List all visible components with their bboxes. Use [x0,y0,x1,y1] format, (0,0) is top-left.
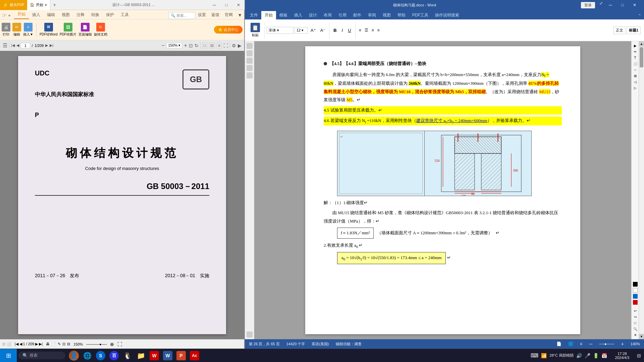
word-right-btn5[interactable]: ○ [633,67,638,72]
taskbar-mic-icon[interactable]: 🎤 [585,353,590,358]
word-tab-layout[interactable]: 布局 [320,11,335,19]
taskbar-icon-files[interactable]: 📁 [134,349,148,362]
word-search-sidebar[interactable]: 🔍 [633,326,638,331]
pdf-nav-leftpanel[interactable]: ☰ [3,42,7,49]
word-right-btn7[interactable]: ◁ [633,79,638,84]
pdf-fit-status[interactable]: ⛶ [117,342,122,347]
pdf-ribbon-tab-view[interactable]: 视图 [58,11,73,19]
taskbar-weather[interactable]: 28°C 局部晴阴 [549,353,574,358]
word-view-print[interactable]: 📄 [556,342,561,346]
pdf-ribbon-tab-tools[interactable]: 工具 [117,11,132,19]
word-grow-font[interactable]: A⁺ [309,27,318,34]
pdf-tab-jiguang[interactable]: ⚡ 极光PDF [0,0,27,10]
word-right-btn6[interactable]: ⊞ [633,73,638,78]
word-tab-search-help[interactable]: 操作说明搜索 [432,11,463,19]
pdf-search-box[interactable]: 🔍搜索... [168,12,195,19]
taskbar-keyboard-icon[interactable]: ⌨ [531,352,538,359]
pdf-tool-print[interactable]: 🖨 打印 [2,23,10,37]
taskbar-date-icon[interactable]: 📅 [601,353,607,358]
taskbar-battery-icon[interactable]: 🔋 [593,353,599,358]
word-align-justify[interactable]: ≡ [376,27,381,33]
word-tab-insert[interactable]: 插入 [291,11,306,19]
word-sidebar-icon3[interactable] [247,58,253,64]
word-zoom-in-status[interactable]: + [621,341,624,347]
pdf-tool-edit[interactable]: ✏ 编辑 [12,23,21,37]
pdf-zoom-in-status[interactable]: ⊕ [110,342,114,347]
pdf-view-scroll[interactable]: ≡ [217,43,222,49]
pdf-view-double[interactable]: ⊟ [209,43,215,49]
word-color-blue[interactable] [633,294,638,299]
pdf-ribbon-tab-annotate[interactable]: 注释 [73,11,88,19]
taskbar-volume-icon[interactable]: 🔊 [576,353,582,358]
word-tab-review[interactable]: 审阅 [365,11,379,19]
pdf-zoom-level[interactable]: 150% ▾ [166,43,182,48]
taskbar-notification[interactable]: ⊟ [634,349,644,362]
pdf-select-tool[interactable]: ⌖ [8,13,11,18]
pdf-tab-new[interactable]: + [50,0,59,10]
word-zoom-slider-status[interactable]: ──●─── [599,342,614,346]
pdf-zoom-fit[interactable]: ⊡ [189,43,193,48]
pdf-zoom-in[interactable]: + [184,43,187,49]
word-tab-template[interactable]: 模板 [276,11,291,19]
word-right-btn2[interactable]: ✏ [633,49,638,54]
pdf-ribbon-tab-protect[interactable]: 保护 [103,11,117,19]
pdf-tab-start[interactable]: 🏠 开始 ✕ [27,0,50,10]
pdf-minimize-btn[interactable]: ─ [208,0,220,10]
word-style-normal[interactable]: 正文 [613,26,626,34]
word-font-selector[interactable]: 宋体 ▾ [267,27,293,34]
word-align-right[interactable]: ≡ [370,27,375,33]
word-view-web[interactable]: 🌐 [568,342,573,346]
word-color-black[interactable] [633,282,638,287]
taskbar-icon-user[interactable]: 👤 [67,349,80,362]
word-italic-btn[interactable]: I [340,27,345,34]
word-restore-btn[interactable]: □ [616,0,629,10]
taskbar-icon-wps[interactable]: W [148,349,161,362]
word-tab-view[interactable]: 视图 [379,11,394,19]
word-tab-start[interactable]: 开始 [261,11,276,19]
pdf-status-icons[interactable]: □ ⬜ [3,342,11,346]
taskbar-icon-penguin[interactable]: 🐧 [121,349,134,362]
pdf-nav-last[interactable]: ▶| [50,43,53,48]
word-sidebar-icon5[interactable] [247,72,253,78]
word-tab-pdf-tools[interactable]: PDF工具 [409,11,432,19]
pdf-ribbon-tab-convert[interactable]: 转换 [88,11,103,19]
taskbar-clock[interactable]: 17:28 2024/4/3 [610,352,634,360]
word-paste-btn[interactable]: 📋 粘贴 [248,21,262,39]
pdf-tool-to-word[interactable]: W PDF转Word [40,23,58,37]
taskbar-network-icon[interactable]: 📶 [541,353,547,358]
word-color-white[interactable] [633,288,638,293]
word-sidebar-icon1[interactable] [247,43,253,49]
word-close-btn[interactable]: ✕ [629,0,641,10]
pdf-fullscreen[interactable]: ⛶ [223,43,228,48]
word-tab-help[interactable]: 帮助 [394,11,409,19]
pdf-tool-to-image[interactable]: 🖼 PDF转图片 [60,23,76,37]
word-align-left[interactable]: ≡ [358,27,363,33]
pdf-ribbon-tab-official[interactable]: 官网 [222,11,235,19]
word-tab-reference[interactable]: 引用 [335,11,350,19]
word-sidebar-icon2[interactable] [247,50,253,56]
pdf-collapse-btn[interactable]: ▼ [235,11,244,19]
pdf-expand-btn[interactable]: ▶ [238,43,241,48]
word-right-btn1[interactable]: ▶ [633,43,638,48]
word-right-btn4[interactable]: ⬜ [633,61,638,66]
pdf-ribbon-tab-feedback[interactable]: 返馈 [209,11,222,19]
word-align-center[interactable]: ☰ [363,27,370,33]
taskbar-icon-edge[interactable]: 🌐 [80,349,94,362]
pdf-ribbon-tab-start[interactable]: 开始 [14,10,29,19]
word-style-h1[interactable]: 标题1 [627,26,641,34]
word-view-outline[interactable]: ≡ [580,342,582,346]
pdf-hand-tool[interactable]: ☞ [2,12,7,19]
pdf-page-current[interactable]: 1 [21,43,30,48]
taskbar-icon-word[interactable]: W [161,349,174,362]
word-tab-file[interactable]: 文件 [247,11,261,19]
word-tab-design[interactable]: 设计 [306,11,320,19]
pdf-nav-first[interactable]: |◀ [11,43,15,48]
pdf-zoom-slider[interactable]: ─────●── [86,342,107,346]
pdf-nav-prev[interactable]: ◀ [16,43,19,48]
pdf-tools-icon[interactable]: ⚙ [232,43,236,48]
word-fit-icon[interactable]: ⤢ [598,0,604,7]
pdf-view-single[interactable]: □ [202,43,207,49]
word-font-size[interactable]: 12 ▾ [294,27,308,34]
pdf-nav-next[interactable]: ▶ [45,43,48,48]
word-scrollbar[interactable]: ▲ ▼ [639,41,644,339]
